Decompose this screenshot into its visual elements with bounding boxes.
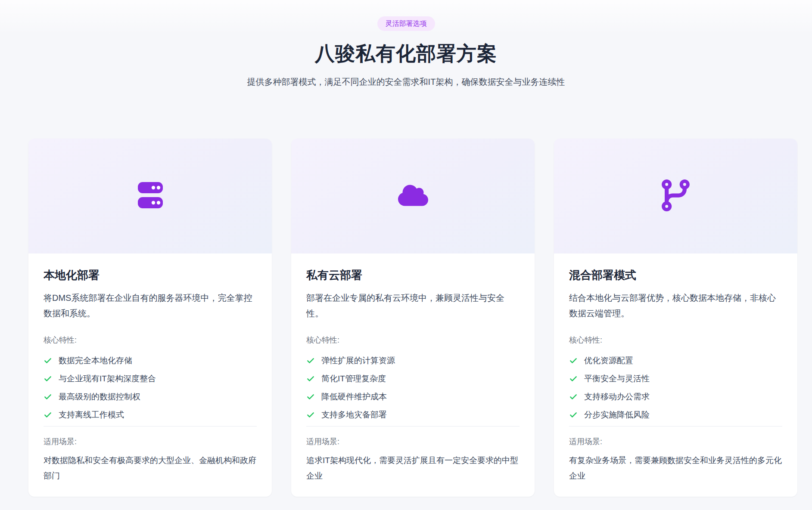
card-body: 私有云部署 部署在企业专属的私有云环境中，兼顾灵活性与安全性。 核心特性: 弹性… (291, 253, 535, 497)
card-private-cloud-deployment: 私有云部署 部署在企业专属的私有云环境中，兼顾灵活性与安全性。 核心特性: 弹性… (291, 139, 535, 497)
card-header (28, 139, 272, 253)
scenario-label: 适用场景: (306, 436, 520, 447)
card-title: 本地化部署 (44, 268, 257, 283)
scenario-label: 适用场景: (569, 436, 782, 447)
feature-item: 降低硬件维护成本 (306, 392, 520, 402)
card-hybrid-deployment: 混合部署模式 结合本地化与云部署优势，核心数据本地存储，非核心数据云端管理。 核… (554, 139, 797, 497)
feature-text: 支持离线工作模式 (59, 410, 124, 420)
badge-row: 灵活部署选项 (0, 16, 812, 31)
scenario-label: 适用场景: (44, 436, 257, 447)
scenario-block: 适用场景: 有复杂业务场景，需要兼顾数据安全和业务灵活性的多元化企业 (569, 426, 782, 484)
feature-item: 简化IT管理复杂度 (306, 374, 520, 384)
features-label: 核心特性: (306, 335, 520, 345)
deployment-cards: 本地化部署 将DMS系统部署在企业自有的服务器环境中，完全掌控数据和系统。 核心… (28, 139, 797, 497)
feature-item: 支持离线工作模式 (44, 410, 257, 420)
scenario-block: 适用场景: 对数据隐私和安全有极高要求的大型企业、金融机构和政府部门 (44, 426, 257, 484)
feature-item: 分步实施降低风险 (569, 410, 782, 420)
check-icon (569, 411, 578, 419)
card-description: 将DMS系统部署在企业自有的服务器环境中，完全掌控数据和系统。 (44, 290, 257, 321)
feature-item: 最高级别的数据控制权 (44, 392, 257, 402)
git-branch-icon (662, 179, 690, 213)
feature-text: 支持移动办公需求 (584, 392, 650, 402)
features-list: 弹性扩展的计算资源 简化IT管理复杂度 降低硬件维护成本 (306, 348, 520, 420)
feature-item: 与企业现有IT架构深度整合 (44, 374, 257, 384)
check-icon (306, 374, 315, 383)
card-body: 混合部署模式 结合本地化与云部署优势，核心数据本地存储，非核心数据云端管理。 核… (554, 253, 797, 497)
features-label: 核心特性: (569, 335, 782, 345)
card-description: 结合本地化与云部署优势，核心数据本地存储，非核心数据云端管理。 (569, 290, 782, 321)
feature-text: 简化IT管理复杂度 (321, 374, 386, 384)
scenario-block: 适用场景: 追求IT架构现代化，需要灵活扩展且有一定安全要求的中型企业 (306, 426, 520, 484)
feature-text: 分步实施降低风险 (584, 410, 650, 420)
feature-item: 支持多地灾备部署 (306, 410, 520, 420)
check-icon (44, 393, 52, 401)
page-title: 八骏私有化部署方案 (0, 40, 812, 67)
server-icon (137, 182, 163, 210)
card-header (554, 139, 797, 253)
feature-text: 数据完全本地化存储 (59, 355, 132, 366)
feature-text: 最高级别的数据控制权 (59, 392, 140, 402)
page-subtitle: 提供多种部署模式，满足不同企业的安全需求和IT架构，确保数据安全与业务连续性 (0, 76, 812, 88)
check-icon (44, 374, 52, 383)
section-badge: 灵活部署选项 (377, 16, 435, 31)
features-label: 核心特性: (44, 335, 257, 345)
feature-text: 支持多地灾备部署 (321, 410, 387, 420)
check-icon (44, 411, 52, 419)
check-icon (306, 411, 315, 419)
card-body: 本地化部署 将DMS系统部署在企业自有的服务器环境中，完全掌控数据和系统。 核心… (28, 253, 272, 497)
feature-item: 支持移动办公需求 (569, 392, 782, 402)
feature-text: 平衡安全与灵活性 (584, 374, 650, 384)
feature-text: 降低硬件维护成本 (321, 392, 387, 402)
scenario-text: 对数据隐私和安全有极高要求的大型企业、金融机构和政府部门 (44, 453, 257, 484)
features-list: 优化资源配置 平衡安全与灵活性 支持移动办公需求 (569, 348, 782, 420)
feature-text: 弹性扩展的计算资源 (321, 355, 395, 366)
card-local-deployment: 本地化部署 将DMS系统部署在企业自有的服务器环境中，完全掌控数据和系统。 核心… (28, 139, 272, 497)
card-description: 部署在企业专属的私有云环境中，兼顾灵活性与安全性。 (306, 290, 520, 321)
check-icon (306, 356, 315, 365)
cloud-icon (398, 183, 428, 209)
feature-text: 与企业现有IT架构深度整合 (59, 374, 156, 384)
scenario-text: 有复杂业务场景，需要兼顾数据安全和业务灵活性的多元化企业 (569, 453, 782, 484)
features-list: 数据完全本地化存储 与企业现有IT架构深度整合 最高级别的数据控制权 (44, 348, 257, 420)
check-icon (44, 356, 52, 365)
feature-item: 数据完全本地化存储 (44, 355, 257, 366)
feature-item: 平衡安全与灵活性 (569, 374, 782, 384)
check-icon (306, 393, 315, 401)
check-icon (569, 356, 578, 365)
feature-item: 弹性扩展的计算资源 (306, 355, 520, 366)
check-icon (569, 393, 578, 401)
deployment-section: 灵活部署选项 八骏私有化部署方案 提供多种部署模式，满足不同企业的安全需求和IT… (0, 0, 812, 497)
feature-text: 优化资源配置 (584, 355, 633, 366)
card-header (291, 139, 535, 253)
card-title: 混合部署模式 (569, 268, 782, 283)
card-title: 私有云部署 (306, 268, 520, 283)
scenario-text: 追求IT架构现代化，需要灵活扩展且有一定安全要求的中型企业 (306, 453, 520, 484)
check-icon (569, 374, 578, 383)
feature-item: 优化资源配置 (569, 355, 782, 366)
